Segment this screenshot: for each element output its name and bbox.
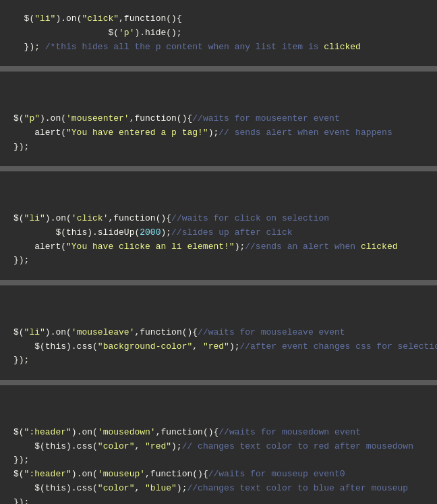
- code-line: $("li").on('click',function(){//waits fo…: [13, 212, 424, 226]
- code-line: });: [13, 496, 424, 504]
- code-line: $(this).css("background-color", "red");/…: [13, 340, 424, 354]
- code-block-4: $("li").on('mouseleave',function(){//wai…: [0, 285, 437, 380]
- code-line: });: [13, 140, 424, 155]
- code-line: [13, 98, 424, 112]
- code-line: alert("You have entered a p tag!");// se…: [13, 126, 424, 140]
- code-line: $('p').hide();: [13, 26, 424, 40]
- code-line: $(this).slideUp(2000);//slides up after …: [13, 226, 424, 240]
- code-editor: $("li").on("click",function(){ $('p').hi…: [0, 0, 437, 504]
- code-line: });: [13, 254, 424, 268]
- code-block-1: $("li").on("click",function(){ $('p').hi…: [0, 0, 437, 66]
- code-block-3: $("li").on('click',function(){//waits fo…: [0, 171, 437, 280]
- code-line: alert("You have clicke an li element!");…: [13, 240, 424, 254]
- code-line: $(this).css("color", "red");// changes t…: [13, 440, 424, 454]
- code-line: });: [13, 453, 424, 468]
- code-line: [13, 312, 424, 326]
- code-line: [13, 298, 424, 312]
- code-line: $(":header").on('mousedown',function(){/…: [13, 426, 424, 440]
- code-line: [13, 84, 424, 98]
- code-line: $(":header").on('mouseup',function(){//w…: [13, 468, 424, 482]
- code-line: $("li").on("click",function(){: [13, 12, 424, 26]
- code-line: [13, 198, 424, 212]
- code-line: $("p").on('mouseenter',function(){//wait…: [13, 112, 424, 126]
- code-line: [13, 412, 424, 426]
- code-line: [13, 397, 424, 412]
- code-block-2: $("p").on('mouseenter',function(){//wait…: [0, 72, 437, 166]
- code-line: });: [13, 354, 424, 368]
- code-block-5: $(":header").on('mousedown',function(){/…: [0, 385, 437, 504]
- code-line: $("li").on('mouseleave',function(){//wai…: [13, 326, 424, 340]
- code-line: }); /*this hides all the p content when …: [13, 40, 424, 55]
- code-line: $(this).css("color", "blue");//changes t…: [13, 482, 424, 496]
- code-line: [13, 184, 424, 198]
